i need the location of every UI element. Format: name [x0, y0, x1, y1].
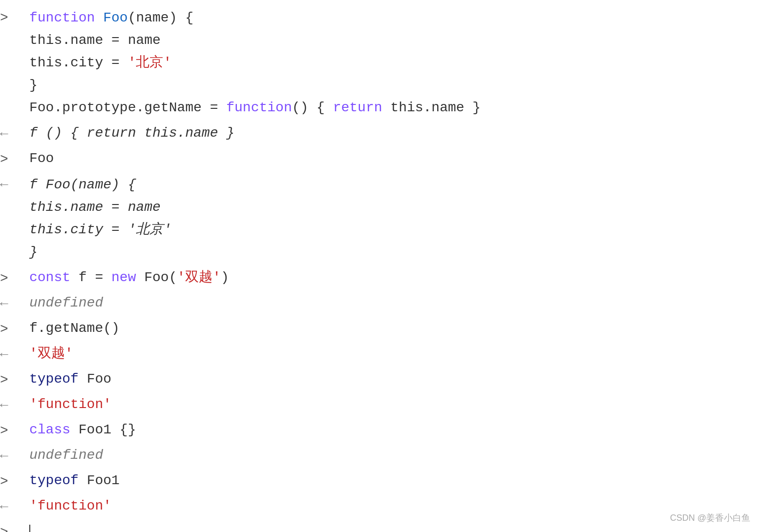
typeof-foo1: Foo1 [79, 473, 120, 488]
input-prefix-15: > [0, 521, 27, 532]
code-block-9: typeof Foo [27, 369, 760, 389]
code-block-3: Foo [27, 148, 760, 169]
output-block-14: 'function' [27, 496, 760, 516]
keyword-return: return [333, 100, 382, 115]
code-line-1c: this.city = '北京' [29, 52, 760, 74]
output-4d: } [29, 241, 760, 264]
console-line-1: > function Foo(name) { this.name = name … [0, 5, 760, 121]
get-name-call: f.getName() [29, 321, 120, 336]
keyword-function: function [29, 10, 103, 25]
input-prefix-7: > [0, 318, 27, 340]
keyword-typeof-1: typeof [29, 371, 79, 387]
console-line-14: ← 'function' [0, 494, 760, 519]
output-prefix-6: ← [0, 293, 27, 314]
console-line-8: ← '双越' [0, 342, 760, 367]
console-line-2: ← f () { return this.name } [0, 121, 760, 146]
console-line-13: > typeof Foo1 [0, 469, 760, 494]
prototype-body: () { [292, 100, 333, 115]
code-line-1b: this.name = name [29, 29, 760, 52]
console-line-4: ← f Foo(name) { this.name = name this.ci… [0, 172, 760, 266]
cursor-line[interactable] [27, 521, 760, 532]
output-4a: f Foo(name) { [29, 174, 760, 196]
code-line-1a: function Foo(name) { [29, 7, 760, 29]
output-block-8: '双越' [27, 344, 760, 364]
keyword-class: class [29, 422, 70, 437]
f-assign: f = [70, 270, 111, 285]
output-block-4: f Foo(name) { this.name = name this.city… [27, 174, 760, 264]
code-block-13: typeof Foo1 [27, 471, 760, 491]
fn-name-foo: Foo [103, 10, 127, 25]
output-prefix-10: ← [0, 394, 27, 416]
output-prefix-8: ← [0, 344, 27, 365]
output-prefix-12: ← [0, 445, 27, 467]
function-string-2: 'function' [29, 498, 111, 513]
console-line-12: ← undefined [0, 443, 760, 469]
console-panel: > function Foo(name) { this.name = name … [0, 0, 760, 532]
console-line-15[interactable]: > [0, 519, 760, 532]
input-prefix-1: > [0, 7, 27, 28]
watermark: CSDN @姜香小白鱼 [670, 512, 750, 525]
keyword-typeof-2: typeof [29, 473, 79, 488]
keyword-const: const [29, 270, 70, 285]
code-block-11: class Foo1 {} [27, 420, 760, 440]
text-cursor [29, 525, 30, 532]
input-prefix-13: > [0, 471, 27, 492]
console-line-9: > typeof Foo [0, 367, 760, 392]
output-block-2: f () { return this.name } [27, 123, 760, 143]
foo-ref: Foo [29, 151, 54, 166]
keyword-new: new [111, 270, 136, 285]
foo-call: Foo( [136, 270, 177, 285]
console-line-11: > class Foo1 {} [0, 418, 760, 443]
this-city-keyword: this.city = [29, 55, 128, 70]
console-line-6: ← undefined [0, 291, 760, 316]
code-block-7: f.getName() [27, 318, 760, 339]
output-block-6: undefined [27, 293, 760, 313]
fn-params: (name) { [128, 10, 193, 25]
class-foo1: Foo1 {} [70, 422, 136, 437]
this-name-assign: this.name = name [29, 33, 161, 48]
return-this-name: this.name } [382, 100, 481, 115]
input-prefix-9: > [0, 369, 27, 390]
function-string-1: 'function' [29, 397, 111, 412]
code-block-5: const f = new Foo('双越') [27, 267, 760, 288]
typeof-foo: Foo [79, 371, 111, 387]
console-line-7: > f.getName() [0, 316, 760, 342]
string-shuangyue-output: '双越' [29, 346, 73, 361]
code-block-1: function Foo(name) { this.name = name th… [27, 7, 760, 119]
output-block-12: undefined [27, 445, 760, 466]
console-line-5: > const f = new Foo('双越') [0, 266, 760, 291]
output-4c: this.city = '北京' [29, 219, 760, 241]
input-prefix-11: > [0, 420, 27, 441]
output-prefix-4: ← [0, 174, 27, 195]
foo-call-close: ) [221, 270, 229, 285]
undefined-text-2: undefined [29, 448, 103, 463]
output-prefix-2: ← [0, 123, 27, 144]
keyword-function-2: function [226, 100, 292, 115]
code-line-1e: Foo.prototype.getName = function() { ret… [29, 97, 760, 119]
code-line-1d: } [29, 74, 760, 97]
console-line-3: > Foo [0, 146, 760, 172]
output-prefix-14: ← [0, 496, 27, 517]
string-beijing: '北京' [128, 55, 172, 70]
output-4b: this.name = name [29, 196, 760, 219]
close-brace-1: } [29, 78, 38, 93]
output-text-2: f () { return this.name } [29, 125, 234, 141]
input-prefix-3: > [0, 148, 27, 170]
console-line-10: ← 'function' [0, 392, 760, 418]
string-shuangyue-1: '双越' [177, 270, 221, 285]
prototype-assign: Foo.prototype.getName = [29, 100, 226, 115]
undefined-text-1: undefined [29, 295, 103, 310]
input-prefix-5: > [0, 267, 27, 289]
output-block-10: 'function' [27, 394, 760, 415]
